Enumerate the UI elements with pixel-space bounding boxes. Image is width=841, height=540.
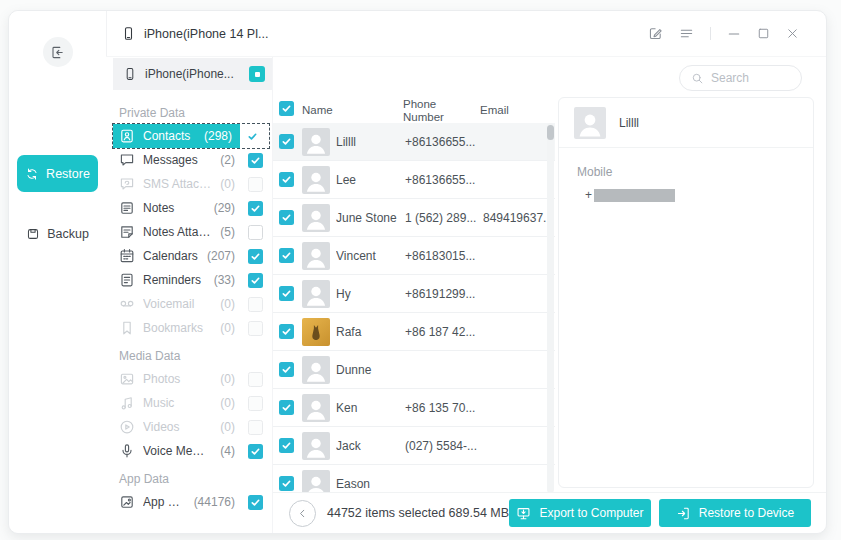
row-checkbox[interactable] <box>279 400 294 415</box>
sidebar-item-checkbox[interactable] <box>248 444 263 459</box>
sidebar-item-count: (0) <box>220 321 235 335</box>
sidebar-item-main[interactable]: Messages(2) <box>113 148 243 172</box>
minimize-button[interactable] <box>727 27 741 41</box>
sidebar-item-main[interactable]: SMS Attachm...(0) <box>113 172 243 196</box>
table-scrollbar[interactable] <box>547 123 554 493</box>
sidebar-item-videos[interactable]: Videos(0) <box>113 415 272 439</box>
table-row[interactable]: Ken+86 135 70... <box>273 389 555 427</box>
sidebar-item-checkbox[interactable] <box>248 321 263 336</box>
sidebar-item-calendar[interactable]: Calendars(207) <box>113 244 272 268</box>
back-button[interactable] <box>289 500 316 527</box>
column-header-name[interactable]: Name <box>302 104 333 116</box>
row-checkbox[interactable] <box>279 476 294 491</box>
search-input[interactable]: Search <box>679 65 802 91</box>
sidebar-item-main[interactable]: Photos(0) <box>113 367 243 391</box>
sidebar-item-label: Calendars <box>143 249 199 263</box>
sidebar-item-reminders[interactable]: Reminders(33) <box>113 268 272 292</box>
redacted-phone-value <box>594 189 675 202</box>
sidebar-item-checkbox[interactable] <box>248 177 263 192</box>
sidebar-item-checkbox[interactable] <box>248 420 263 435</box>
sidebar-item-voicemail[interactable]: Voicemail(0) <box>113 292 272 316</box>
sidebar-item-main[interactable]: Notes Attach...(5) <box>113 220 243 244</box>
sidebar-item-main[interactable]: Music(0) <box>113 391 243 415</box>
sidebar-item-bookmarks[interactable]: Bookmarks(0) <box>113 316 272 340</box>
row-checkbox[interactable] <box>279 286 294 301</box>
sidebar-item-checkbox[interactable] <box>248 396 263 411</box>
sidebar-item-main[interactable]: Voice Memos(4) <box>113 439 243 463</box>
cell-phone: 1 (562) 289... <box>405 211 483 225</box>
sidebar-item-voice-memos[interactable]: Voice Memos(4) <box>113 439 272 463</box>
table-row[interactable]: Rafa+86 187 42... <box>273 313 555 351</box>
sidebar-item-label: Voicemail <box>143 297 212 311</box>
sidebar-item-notes-attachment[interactable]: Notes Attach...(5) <box>113 220 272 244</box>
close-icon <box>786 27 799 40</box>
app-photos-icon <box>119 494 135 510</box>
app-window: Restore Backup iPhone(iPhone 14 Pl... iP… <box>8 10 827 534</box>
sidebar-item-photos[interactable]: Photos(0) <box>113 367 272 391</box>
chevron-left-icon <box>296 507 309 520</box>
maximize-button[interactable] <box>757 27 770 40</box>
device-selector[interactable]: iPhone(iPhone... <box>113 58 272 90</box>
row-checkbox[interactable] <box>279 172 294 187</box>
sidebar-item-main[interactable]: Reminders(33) <box>113 268 243 292</box>
table-row[interactable]: Lillll+86136655... <box>273 123 555 161</box>
sidebar-item-label: Notes <box>143 201 206 215</box>
sidebar-item-music[interactable]: Music(0) <box>113 391 272 415</box>
select-all-checkbox[interactable] <box>279 101 294 116</box>
sidebar-item-messages[interactable]: Messages(2) <box>113 148 272 172</box>
scrollbar-thumb[interactable] <box>547 125 554 140</box>
sidebar-item-contacts[interactable]: Contacts(298) <box>113 124 269 148</box>
contact-detail-panel: Lillll Mobile + <box>558 97 814 488</box>
table-row[interactable]: Vincent+86183015... <box>273 237 555 275</box>
sidebar-item-sms-attachment[interactable]: SMS Attachm...(0) <box>113 172 272 196</box>
row-checkbox[interactable] <box>279 248 294 263</box>
table-row[interactable]: Eason <box>273 465 555 493</box>
sidebar-item-notes[interactable]: Notes(29) <box>113 196 272 220</box>
table-row[interactable]: Lee+86136655... <box>273 161 555 199</box>
sidebar-item-label: Bookmarks <box>143 321 212 335</box>
cell-name: Dunne <box>336 363 405 377</box>
sidebar-item-main[interactable]: Notes(29) <box>113 196 243 220</box>
sidebar-item-main[interactable]: Videos(0) <box>113 415 243 439</box>
sidebar-item-checkbox[interactable] <box>248 297 263 312</box>
sidebar-item-checkbox[interactable] <box>248 201 263 216</box>
sidebar-item-main[interactable]: Bookmarks(0) <box>113 316 243 340</box>
sidebar-item-main[interactable]: App Phot...(44176) <box>113 490 243 514</box>
column-header-email[interactable]: Email <box>480 104 509 116</box>
close-button[interactable] <box>786 27 799 40</box>
row-checkbox[interactable] <box>279 210 294 225</box>
voice-memos-icon <box>119 443 135 459</box>
row-checkbox[interactable] <box>279 324 294 339</box>
column-header-phone[interactable]: Phone Number <box>403 98 455 124</box>
restore-nav-button[interactable]: Restore <box>17 155 98 192</box>
backup-nav-button[interactable]: Backup <box>9 227 106 241</box>
table-row[interactable]: Hy+86191299... <box>273 275 555 313</box>
table-row[interactable]: Jack(027) 5584-... <box>273 427 555 465</box>
sidebar-item-checkbox[interactable] <box>248 372 263 387</box>
row-checkbox[interactable] <box>279 362 294 377</box>
cell-name: Rafa <box>336 325 405 339</box>
sidebar-item-main[interactable]: Contacts(298) <box>113 124 240 148</box>
table-row[interactable]: June Stone1 (562) 289...849419637... <box>273 199 555 237</box>
row-checkbox[interactable] <box>279 438 294 453</box>
sidebar-item-checkbox[interactable] <box>248 273 263 288</box>
table-row[interactable]: Dunne <box>273 351 555 389</box>
row-checkbox[interactable] <box>279 134 294 149</box>
cell-name: Ken <box>336 401 405 415</box>
export-to-computer-button[interactable]: Export to Computer <box>509 499 651 527</box>
exit-button[interactable] <box>43 37 73 67</box>
sidebar-item-checkbox[interactable] <box>248 153 263 168</box>
sidebar-item-main[interactable]: Voicemail(0) <box>113 292 243 316</box>
contact-detail-header: Lillll <box>559 98 813 148</box>
contact-placeholder-avatar <box>302 204 330 232</box>
sidebar-item-main[interactable]: Calendars(207) <box>113 244 243 268</box>
restore-to-device-button[interactable]: Restore to Device <box>659 499 811 527</box>
menu-button[interactable] <box>679 26 694 41</box>
sidebar-item-checkbox[interactable] <box>245 129 260 144</box>
sidebar-item-app-photos[interactable]: App Phot...(44176) <box>113 490 272 514</box>
device-dropdown-button[interactable] <box>249 66 265 82</box>
sidebar-item-checkbox[interactable] <box>248 495 263 510</box>
edit-button[interactable] <box>648 26 663 41</box>
sidebar-item-checkbox[interactable] <box>248 249 263 264</box>
sidebar-item-checkbox[interactable] <box>248 225 263 240</box>
